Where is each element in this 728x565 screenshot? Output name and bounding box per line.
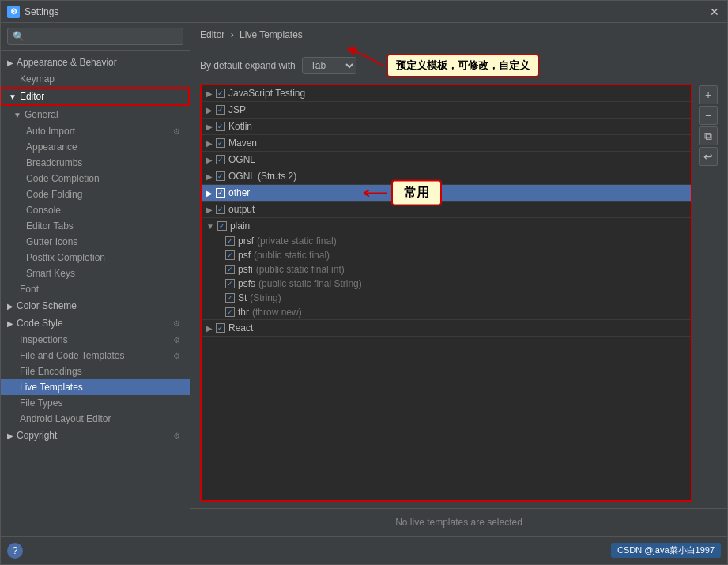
sidebar-item-file-encodings[interactable]: File Encodings (1, 363, 190, 379)
bottom-bar: ? CSDN @java菜小白1997 (1, 536, 727, 564)
tpl-group-header-jsp[interactable]: ▶ JSP (202, 102, 691, 118)
tpl-item-checkbox-psfi[interactable] (225, 265, 235, 274)
annotation-arrow-svg (347, 46, 387, 70)
tpl-group-label: output (228, 204, 255, 215)
chevron-right-icon: ▶ (7, 58, 13, 67)
search-input[interactable] (7, 28, 183, 45)
toolbar-row: By default expand with Tab Enter Space (190, 47, 727, 84)
common-arrow-svg (360, 185, 391, 201)
tpl-group-header-react[interactable]: ▶ React (202, 320, 691, 336)
settings-icon-file-code: ⚙ (173, 352, 180, 360)
sidebar-item-auto-import[interactable]: Auto Import ⚙ (1, 123, 190, 139)
chevron-right-icon-copyright: ▶ (7, 431, 13, 440)
tpl-checkbox-maven[interactable] (216, 138, 225, 148)
tpl-group-header-ognl-struts2[interactable]: ▶ OGNL (Struts 2) (202, 168, 691, 184)
tpl-checkbox-ognl-struts2[interactable] (216, 171, 225, 181)
tpl-checkbox-react[interactable] (216, 323, 225, 333)
annotation-area: 预定义模板，可修改，自定义 (387, 54, 539, 77)
tpl-item-psf[interactable]: psf (public static final) (202, 248, 691, 262)
help-button[interactable]: ? (7, 543, 23, 559)
tpl-group-label: JSP (228, 104, 246, 115)
sidebar-item-code-completion[interactable]: Code Completion (1, 171, 190, 186)
chevron-right-icon: ▶ (206, 139, 213, 148)
chevron-down-icon: ▼ (9, 92, 17, 101)
tpl-checkbox-kotlin[interactable] (216, 122, 225, 131)
tpl-checkbox-other[interactable] (216, 188, 225, 198)
sidebar-item-file-types[interactable]: File Types (1, 395, 190, 411)
tpl-group-kotlin: ▶ Kotlin (202, 119, 691, 135)
templates-sidebar-buttons: + − ⧉ ↩ (699, 84, 718, 502)
sidebar-item-inspections[interactable]: Inspections ⚙ (1, 332, 190, 348)
sidebar-item-breadcrumbs[interactable]: Breadcrumbs (1, 155, 190, 171)
tpl-checkbox-jsp[interactable] (216, 105, 225, 115)
sidebar-item-editor[interactable]: ▼ Editor (1, 87, 190, 106)
chevron-right-icon-code-style: ▶ (7, 319, 13, 328)
sidebar-item-color-scheme[interactable]: ▶ Color Scheme (1, 297, 190, 315)
templates-container: ▶ JavaScript Testing ▶ JSP (190, 84, 727, 508)
sidebar-item-live-templates[interactable]: Live Templates (1, 379, 190, 395)
sidebar: ▶ Appearance & Behavior Keymap ▼ Editor … (1, 23, 190, 536)
sidebar-item-keymap[interactable]: Keymap (1, 71, 190, 87)
chevron-down-icon-general: ▼ (13, 111, 21, 119)
tpl-checkbox-ognl[interactable] (216, 155, 225, 164)
tpl-item-thr[interactable]: thr (throw new) (202, 305, 691, 319)
settings-icon-copyright: ⚙ (173, 431, 180, 440)
common-label: 常用 (391, 180, 442, 206)
sidebar-item-console[interactable]: Console (1, 202, 190, 218)
close-button[interactable]: ✕ (708, 6, 721, 18)
settings-icon: ⚙ (173, 127, 180, 136)
sidebar-item-file-code-templates[interactable]: File and Code Templates ⚙ (1, 348, 190, 363)
tpl-group-javascript-testing: ▶ JavaScript Testing (202, 85, 691, 102)
sidebar-item-font[interactable]: Font (1, 281, 190, 297)
app-icon: ⚙ (7, 6, 20, 18)
tpl-item-psfi[interactable]: psfi (public static final int) (202, 262, 691, 277)
tpl-item-checkbox-prsf[interactable] (225, 236, 235, 246)
sidebar-item-postfix-completion[interactable]: Postfix Completion (1, 250, 190, 266)
tpl-group-header-output[interactable]: ▶ output (202, 202, 691, 217)
tpl-group-header-other[interactable]: ▶ other 常用 (202, 185, 691, 201)
tpl-group-other: ▶ other 常用 (202, 185, 691, 202)
bottom-bar-right: CSDN @java菜小白1997 (611, 543, 721, 558)
remove-template-button[interactable]: − (699, 106, 718, 125)
tpl-item-checkbox-thr[interactable] (225, 307, 235, 317)
tpl-group-header-maven[interactable]: ▶ Maven (202, 135, 691, 151)
tpl-checkbox-javascript-testing[interactable] (216, 89, 225, 98)
tpl-item-psfs[interactable]: psfs (public static final String) (202, 277, 691, 291)
tpl-group-label: OGNL (228, 154, 255, 165)
sidebar-item-code-folding[interactable]: Code Folding (1, 186, 190, 202)
tpl-item-prsf[interactable]: prsf (private static final) (202, 234, 691, 248)
tpl-group-ognl-struts2: ▶ OGNL (Struts 2) (202, 168, 691, 185)
sidebar-item-gutter-icons[interactable]: Gutter Icons (1, 234, 190, 250)
tpl-checkbox-plain[interactable] (217, 221, 227, 231)
tpl-group-header-ognl[interactable]: ▶ OGNL (202, 152, 691, 168)
tpl-group-output: ▶ output (202, 202, 691, 218)
chevron-right-icon: ▶ (206, 89, 213, 98)
tpl-item-st[interactable]: St (String) (202, 291, 691, 305)
tpl-checkbox-output[interactable] (216, 205, 225, 214)
sidebar-item-code-style[interactable]: ▶ Code Style ⚙ (1, 315, 190, 332)
chevron-right-icon: ▶ (206, 122, 213, 131)
sidebar-item-copyright[interactable]: ▶ Copyright ⚙ (1, 427, 190, 444)
titlebar-title: Settings (25, 6, 58, 17)
sidebar-item-smart-keys[interactable]: Smart Keys (1, 266, 190, 281)
sidebar-item-general[interactable]: ▼ General (1, 106, 190, 123)
sidebar-item-android-layout-editor[interactable]: Android Layout Editor (1, 411, 190, 427)
chevron-right-icon: ▶ (206, 205, 213, 214)
tpl-item-checkbox-st[interactable] (225, 293, 235, 303)
sidebar-item-appearance[interactable]: Appearance (1, 139, 190, 155)
tpl-item-checkbox-psfs[interactable] (225, 279, 235, 288)
tpl-group-header-javascript-testing[interactable]: ▶ JavaScript Testing (202, 85, 691, 101)
reset-template-button[interactable]: ↩ (699, 147, 718, 166)
chevron-right-icon: ▶ (206, 172, 213, 181)
sidebar-item-appearance-behavior[interactable]: ▶ Appearance & Behavior (1, 54, 190, 71)
add-template-button[interactable]: + (699, 85, 718, 104)
tpl-group-header-kotlin[interactable]: ▶ Kotlin (202, 119, 691, 134)
sidebar-item-editor-tabs[interactable]: Editor Tabs (1, 218, 190, 234)
tpl-group-header-plain[interactable]: ▼ plain (202, 218, 691, 234)
tpl-group-label: OGNL (Struts 2) (228, 171, 296, 182)
templates-list: ▶ JavaScript Testing ▶ JSP (200, 84, 692, 502)
tpl-item-checkbox-psf[interactable] (225, 250, 235, 260)
copy-template-button[interactable]: ⧉ (699, 126, 718, 145)
tpl-group-jsp: ▶ JSP (202, 102, 691, 119)
tpl-group-react: ▶ React (202, 320, 691, 337)
